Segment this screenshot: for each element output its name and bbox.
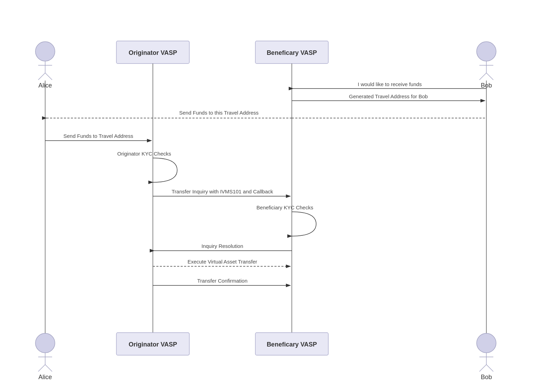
svg-line-16 — [479, 365, 486, 372]
svg-line-4 — [38, 73, 45, 80]
msg1-label: I would like to receive funds — [358, 81, 422, 87]
msg5-label: Originator KYC Checks — [117, 151, 171, 157]
svg-line-12 — [38, 365, 45, 372]
alice-bottom-circle — [35, 333, 55, 353]
svg-line-17 — [486, 365, 493, 372]
bob-top-circle — [477, 42, 496, 61]
diagram-container: Alice Originator VASP Beneficary VASP Bo… — [0, 0, 535, 392]
svg-line-13 — [45, 365, 52, 372]
alice-top-circle — [35, 42, 55, 61]
alice-bottom-label: Alice — [38, 374, 52, 381]
beneficiary-label-top: Beneficary VASP — [267, 49, 317, 56]
msg7-loop — [292, 212, 316, 236]
msg6-label: Transfer Inquiry with IVMS101 and Callba… — [172, 189, 273, 194]
originator-label-top: Originator VASP — [129, 49, 177, 56]
originator-label-bottom: Originator VASP — [129, 341, 177, 348]
svg-line-9 — [486, 73, 493, 80]
msg3-label: Send Funds to this Travel Address — [179, 110, 258, 116]
beneficiary-label-bottom: Beneficary VASP — [267, 341, 317, 348]
bob-bottom-label: Bob — [481, 374, 492, 381]
svg-line-8 — [479, 73, 486, 80]
msg4-label: Send Funds to Travel Address — [64, 133, 133, 139]
msg2-label: Generated Travel Address for Bob — [349, 93, 428, 99]
msg5-loop — [153, 158, 177, 182]
msg9-label: Execute Virtual Asset Transfer — [188, 259, 257, 265]
svg-line-5 — [45, 73, 52, 80]
msg10-label: Transfer Confirmation — [197, 278, 248, 284]
msg7-label: Beneficiary KYC Checks — [256, 205, 313, 210]
bob-bottom-circle — [477, 333, 496, 353]
msg8-label: Inquiry Resolution — [201, 243, 243, 249]
